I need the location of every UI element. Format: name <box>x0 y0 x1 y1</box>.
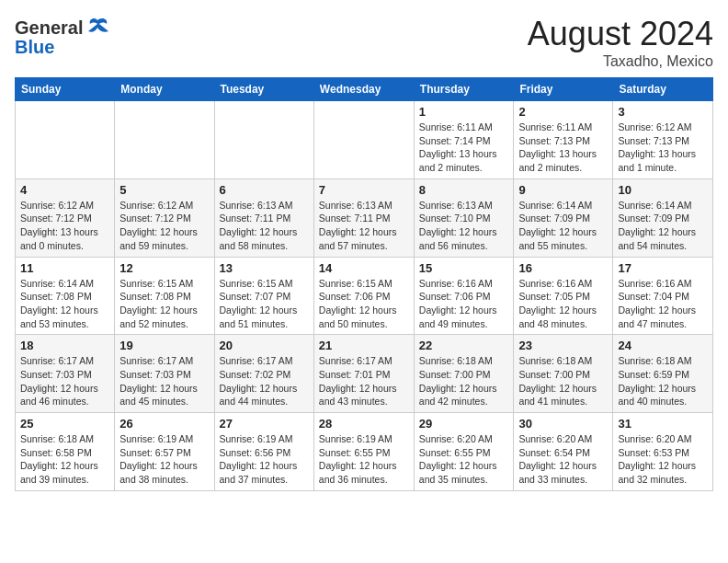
calendar-week-row: 18Sunrise: 6:17 AM Sunset: 7:03 PM Dayli… <box>16 335 713 413</box>
day-number: 25 <box>20 417 109 431</box>
day-info: Sunrise: 6:18 AM Sunset: 7:00 PM Dayligh… <box>518 354 608 408</box>
calendar-day-cell <box>313 101 414 179</box>
logo-text: General Blue <box>15 15 112 58</box>
calendar-day-cell: 3Sunrise: 6:12 AM Sunset: 7:13 PM Daylig… <box>613 101 713 179</box>
day-info: Sunrise: 6:14 AM Sunset: 7:08 PM Dayligh… <box>20 277 109 331</box>
weekday-header-friday: Friday <box>514 78 613 101</box>
calendar-day-cell: 14Sunrise: 6:15 AM Sunset: 7:06 PM Dayli… <box>313 257 414 335</box>
calendar-day-cell: 19Sunrise: 6:17 AM Sunset: 7:03 PM Dayli… <box>115 335 214 413</box>
day-number: 24 <box>618 339 708 352</box>
day-info: Sunrise: 6:17 AM Sunset: 7:02 PM Dayligh… <box>220 354 309 408</box>
day-number: 17 <box>618 261 708 275</box>
calendar-day-cell: 21Sunrise: 6:17 AM Sunset: 7:01 PM Dayli… <box>313 335 414 413</box>
day-info: Sunrise: 6:12 AM Sunset: 7:12 PM Dayligh… <box>119 199 209 253</box>
title-block: August 2024 Taxadho, Mexico <box>528 15 713 70</box>
day-number: 22 <box>419 339 509 352</box>
day-info: Sunrise: 6:13 AM Sunset: 7:11 PM Dayligh… <box>220 199 309 253</box>
calendar-week-row: 1Sunrise: 6:11 AM Sunset: 7:14 PM Daylig… <box>16 101 713 179</box>
day-info: Sunrise: 6:15 AM Sunset: 7:07 PM Dayligh… <box>220 277 309 331</box>
calendar-day-cell: 26Sunrise: 6:19 AM Sunset: 6:57 PM Dayli… <box>115 413 214 491</box>
day-info: Sunrise: 6:15 AM Sunset: 7:08 PM Dayligh… <box>119 277 209 331</box>
calendar-day-cell <box>16 101 115 179</box>
day-number: 5 <box>119 183 209 197</box>
calendar-day-cell: 7Sunrise: 6:13 AM Sunset: 7:11 PM Daylig… <box>313 178 414 257</box>
day-number: 30 <box>518 417 608 431</box>
day-info: Sunrise: 6:13 AM Sunset: 7:10 PM Dayligh… <box>419 199 509 253</box>
calendar-day-cell: 13Sunrise: 6:15 AM Sunset: 7:07 PM Dayli… <box>214 257 313 335</box>
day-info: Sunrise: 6:16 AM Sunset: 7:04 PM Dayligh… <box>618 277 708 331</box>
day-number: 9 <box>518 183 608 197</box>
calendar-day-cell: 1Sunrise: 6:11 AM Sunset: 7:14 PM Daylig… <box>414 101 514 179</box>
day-info: Sunrise: 6:13 AM Sunset: 7:11 PM Dayligh… <box>319 199 409 253</box>
calendar-week-row: 11Sunrise: 6:14 AM Sunset: 7:08 PM Dayli… <box>16 257 713 335</box>
day-number: 7 <box>319 183 409 197</box>
day-info: Sunrise: 6:19 AM Sunset: 6:57 PM Dayligh… <box>119 432 209 487</box>
day-number: 16 <box>518 261 608 275</box>
day-info: Sunrise: 6:20 AM Sunset: 6:53 PM Dayligh… <box>618 432 708 487</box>
month-year-title: August 2024 <box>528 15 713 53</box>
day-info: Sunrise: 6:14 AM Sunset: 7:09 PM Dayligh… <box>618 199 708 253</box>
day-info: Sunrise: 6:17 AM Sunset: 7:01 PM Dayligh… <box>319 354 409 408</box>
day-number: 15 <box>419 261 509 275</box>
day-number: 3 <box>618 105 708 119</box>
day-number: 11 <box>20 261 109 275</box>
calendar-day-cell: 28Sunrise: 6:19 AM Sunset: 6:55 PM Dayli… <box>313 413 414 491</box>
calendar-day-cell: 22Sunrise: 6:18 AM Sunset: 7:00 PM Dayli… <box>414 335 514 413</box>
calendar-day-cell: 30Sunrise: 6:20 AM Sunset: 6:54 PM Dayli… <box>514 413 613 491</box>
calendar-day-cell: 17Sunrise: 6:16 AM Sunset: 7:04 PM Dayli… <box>613 257 713 335</box>
day-number: 31 <box>618 417 708 431</box>
day-number: 29 <box>419 417 509 431</box>
calendar-day-cell: 2Sunrise: 6:11 AM Sunset: 7:13 PM Daylig… <box>514 101 613 179</box>
day-info: Sunrise: 6:17 AM Sunset: 7:03 PM Dayligh… <box>20 354 109 408</box>
day-info: Sunrise: 6:20 AM Sunset: 6:54 PM Dayligh… <box>518 432 608 487</box>
calendar-day-cell: 25Sunrise: 6:18 AM Sunset: 6:58 PM Dayli… <box>16 413 115 491</box>
day-number: 14 <box>319 261 409 275</box>
weekday-header-wednesday: Wednesday <box>313 78 414 101</box>
logo: General Blue <box>15 15 112 58</box>
day-info: Sunrise: 6:16 AM Sunset: 7:05 PM Dayligh… <box>518 277 608 331</box>
calendar-day-cell: 6Sunrise: 6:13 AM Sunset: 7:11 PM Daylig… <box>214 178 313 257</box>
day-info: Sunrise: 6:11 AM Sunset: 7:13 PM Dayligh… <box>518 121 608 175</box>
day-number: 13 <box>220 261 309 275</box>
calendar-day-cell: 18Sunrise: 6:17 AM Sunset: 7:03 PM Dayli… <box>16 335 115 413</box>
day-number: 20 <box>220 339 309 352</box>
weekday-header-sunday: Sunday <box>16 78 115 101</box>
calendar-day-cell: 24Sunrise: 6:18 AM Sunset: 6:59 PM Dayli… <box>613 335 713 413</box>
calendar-day-cell: 10Sunrise: 6:14 AM Sunset: 7:09 PM Dayli… <box>613 178 713 257</box>
calendar-day-cell: 15Sunrise: 6:16 AM Sunset: 7:06 PM Dayli… <box>414 257 514 335</box>
day-info: Sunrise: 6:12 AM Sunset: 7:13 PM Dayligh… <box>618 121 708 175</box>
calendar-day-cell: 27Sunrise: 6:19 AM Sunset: 6:56 PM Dayli… <box>214 413 313 491</box>
day-number: 18 <box>20 339 109 352</box>
day-info: Sunrise: 6:19 AM Sunset: 6:55 PM Dayligh… <box>319 432 409 487</box>
day-info: Sunrise: 6:16 AM Sunset: 7:06 PM Dayligh… <box>419 277 509 331</box>
day-number: 10 <box>618 183 708 197</box>
day-info: Sunrise: 6:11 AM Sunset: 7:14 PM Dayligh… <box>419 121 509 175</box>
day-info: Sunrise: 6:18 AM Sunset: 7:00 PM Dayligh… <box>419 354 509 408</box>
weekday-header-row: SundayMondayTuesdayWednesdayThursdayFrid… <box>16 78 713 101</box>
day-number: 28 <box>319 417 409 431</box>
logo-blue: Blue <box>15 37 112 58</box>
day-info: Sunrise: 6:17 AM Sunset: 7:03 PM Dayligh… <box>119 354 209 408</box>
calendar-day-cell: 9Sunrise: 6:14 AM Sunset: 7:09 PM Daylig… <box>514 178 613 257</box>
day-number: 19 <box>119 339 209 352</box>
weekday-header-thursday: Thursday <box>414 78 514 101</box>
calendar-day-cell: 5Sunrise: 6:12 AM Sunset: 7:12 PM Daylig… <box>115 178 214 257</box>
day-number: 2 <box>518 105 608 119</box>
calendar-day-cell: 12Sunrise: 6:15 AM Sunset: 7:08 PM Dayli… <box>115 257 214 335</box>
calendar-day-cell <box>214 101 313 179</box>
day-info: Sunrise: 6:15 AM Sunset: 7:06 PM Dayligh… <box>319 277 409 331</box>
calendar-table: SundayMondayTuesdayWednesdayThursdayFrid… <box>15 77 713 491</box>
logo-general: General <box>15 17 83 39</box>
calendar-day-cell: 8Sunrise: 6:13 AM Sunset: 7:10 PM Daylig… <box>414 178 514 257</box>
day-info: Sunrise: 6:12 AM Sunset: 7:12 PM Dayligh… <box>20 199 109 253</box>
calendar-day-cell: 20Sunrise: 6:17 AM Sunset: 7:02 PM Dayli… <box>214 335 313 413</box>
day-number: 6 <box>220 183 309 197</box>
calendar-day-cell: 11Sunrise: 6:14 AM Sunset: 7:08 PM Dayli… <box>16 257 115 335</box>
day-number: 8 <box>419 183 509 197</box>
calendar-week-row: 25Sunrise: 6:18 AM Sunset: 6:58 PM Dayli… <box>16 413 713 491</box>
calendar-day-cell: 4Sunrise: 6:12 AM Sunset: 7:12 PM Daylig… <box>16 178 115 257</box>
day-info: Sunrise: 6:14 AM Sunset: 7:09 PM Dayligh… <box>518 199 608 253</box>
day-number: 27 <box>220 417 309 431</box>
weekday-header-monday: Monday <box>115 78 214 101</box>
calendar-day-cell: 23Sunrise: 6:18 AM Sunset: 7:00 PM Dayli… <box>514 335 613 413</box>
